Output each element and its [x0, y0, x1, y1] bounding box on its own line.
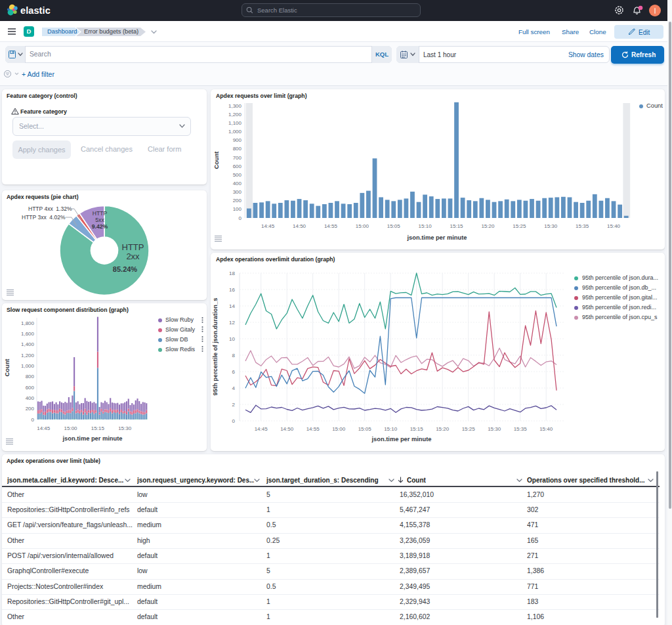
svg-text:700: 700 [233, 155, 242, 161]
svg-text:15:15: 15:15 [410, 426, 424, 432]
svg-text:14:50: 14:50 [293, 223, 306, 229]
svg-text:1,600: 1,600 [21, 331, 35, 337]
svg-text:json.time per minute: json.time per minute [407, 234, 467, 241]
svg-text:500: 500 [233, 172, 242, 178]
svg-text:6: 6 [232, 369, 236, 375]
svg-text:Count: Count [213, 152, 220, 169]
svg-text:900: 900 [233, 137, 242, 143]
svg-text:1,000: 1,000 [228, 129, 242, 135]
svg-text:400: 400 [233, 181, 242, 186]
svg-text:18: 18 [229, 270, 235, 276]
svg-text:15:40: 15:40 [607, 223, 621, 229]
svg-text:14:45: 14:45 [37, 425, 51, 431]
svg-text:14:45: 14:45 [255, 426, 268, 432]
svg-text:15:25: 15:25 [513, 223, 526, 229]
svg-text:600: 600 [26, 385, 35, 391]
svg-text:800: 800 [233, 146, 242, 152]
svg-text:15:05: 15:05 [358, 426, 372, 432]
svg-text:200: 200 [26, 406, 35, 412]
svg-text:15:15: 15:15 [450, 223, 464, 229]
svg-text:2: 2 [232, 402, 236, 408]
svg-text:300: 300 [233, 189, 242, 195]
svg-text:600: 600 [233, 163, 242, 169]
svg-text:15:05: 15:05 [387, 223, 401, 229]
svg-text:1,300: 1,300 [228, 103, 242, 109]
svg-text:16: 16 [229, 287, 235, 293]
svg-text:10: 10 [229, 336, 235, 342]
svg-text:4: 4 [232, 385, 236, 391]
svg-text:15:40: 15:40 [539, 426, 553, 432]
svg-text:15:10: 15:10 [384, 426, 398, 432]
svg-text:15:35: 15:35 [576, 223, 589, 229]
svg-text:15:20: 15:20 [481, 223, 495, 229]
svg-text:1,100: 1,100 [228, 120, 242, 126]
svg-text:14: 14 [229, 303, 235, 309]
svg-text:14:45: 14:45 [261, 223, 275, 229]
svg-text:200: 200 [233, 198, 242, 204]
svg-text:8: 8 [232, 353, 236, 358]
svg-text:1,400: 1,400 [21, 341, 35, 347]
svg-text:1,200: 1,200 [228, 112, 242, 118]
svg-text:95th percentile of json.durati: 95th percentile of json.duration_s [212, 298, 219, 396]
svg-text:15:00: 15:00 [332, 426, 346, 432]
svg-text:15:30: 15:30 [544, 223, 558, 229]
svg-text:14:55: 14:55 [324, 223, 338, 229]
svg-text:15:10: 15:10 [419, 223, 432, 229]
svg-text:1,200: 1,200 [21, 353, 35, 358]
svg-text:15:30: 15:30 [118, 425, 132, 431]
svg-text:1,000: 1,000 [21, 363, 35, 369]
svg-text:0: 0 [239, 215, 242, 221]
svg-text:json.time per minute: json.time per minute [62, 435, 123, 442]
svg-text:15:20: 15:20 [436, 426, 450, 432]
svg-text:15:25: 15:25 [462, 426, 476, 432]
svg-text:1,800: 1,800 [21, 320, 35, 326]
svg-text:15:35: 15:35 [514, 426, 528, 432]
svg-text:400: 400 [26, 395, 35, 401]
svg-text:0: 0 [32, 417, 35, 423]
svg-text:Count: Count [4, 359, 10, 377]
svg-text:15:00: 15:00 [64, 425, 78, 431]
svg-text:15:30: 15:30 [488, 426, 501, 432]
svg-text:15:00: 15:00 [356, 223, 369, 229]
svg-text:json.time per minute: json.time per minute [371, 436, 432, 442]
svg-text:14:55: 14:55 [306, 426, 320, 432]
svg-text:800: 800 [26, 374, 35, 379]
svg-text:0: 0 [232, 418, 236, 424]
svg-text:100: 100 [233, 206, 242, 212]
svg-text:12: 12 [229, 320, 235, 326]
svg-text:15:15: 15:15 [91, 425, 105, 431]
svg-text:14:50: 14:50 [280, 426, 294, 432]
